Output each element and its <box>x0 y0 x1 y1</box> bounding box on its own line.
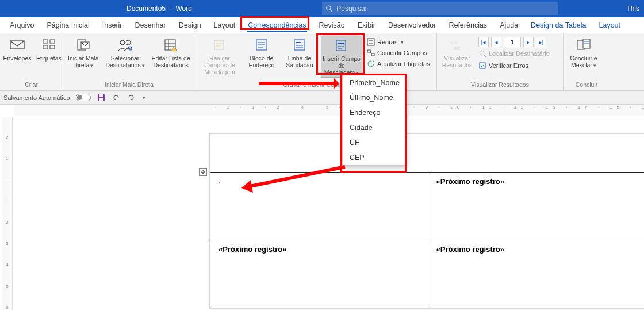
svg-line-1 <box>330 10 332 12</box>
ribbon: Envelopes Etiquetas Criar Iniciar Mala D… <box>0 33 644 91</box>
svg-rect-3 <box>43 40 48 43</box>
dropdown-item[interactable]: Endereço <box>343 105 405 120</box>
svg-rect-4 <box>50 40 55 43</box>
address-block-icon <box>254 37 270 53</box>
group-label-iniciar: Iniciar Mala Direta <box>67 81 191 89</box>
match-fields-icon <box>367 49 375 57</box>
svg-text:« »: « » <box>450 40 458 45</box>
undo-icon[interactable] <box>112 93 121 102</box>
svg-point-0 <box>327 6 331 10</box>
title-right-text: This <box>626 5 639 13</box>
svg-rect-18 <box>216 43 223 44</box>
group-iniciar: Iniciar Mala Direta▾ Selecionar Destinat… <box>63 33 195 90</box>
atualizar-etiquetas-button[interactable]: Atualizar Etiquetas <box>367 60 430 68</box>
tab-design[interactable]: Design <box>174 19 206 32</box>
concluir-mesclar-button[interactable]: Concluir e Mesclar▾ <box>567 36 600 70</box>
rules-icon <box>367 38 375 46</box>
svg-rect-19 <box>216 45 220 47</box>
greeting-line-icon <box>292 37 308 53</box>
find-recipient-icon <box>478 49 486 58</box>
record-nav: |◂ ◂ ▸ ▸| <box>478 37 550 47</box>
tab-layout-tabela[interactable]: Layout <box>593 19 626 32</box>
horizontal-ruler: · 1 · 2 · 3 · 4 · 5 · 6 · 7 · 8 · 9 · 10… <box>14 105 644 116</box>
dropdown-item[interactable]: CEP <box>343 150 405 165</box>
autosave-toggle[interactable] <box>76 94 91 101</box>
tab-correspondencias[interactable]: Correspondências <box>243 19 311 32</box>
svg-rect-36 <box>371 53 374 56</box>
svg-rect-49 <box>99 98 103 101</box>
tab-ajuda[interactable]: Ajuda <box>494 19 523 32</box>
group-label-criar: Criar <box>3 81 59 89</box>
save-icon[interactable] <box>97 93 106 102</box>
prev-record-button[interactable]: ◂ <box>491 37 501 47</box>
svg-rect-42 <box>480 63 485 68</box>
svg-rect-5 <box>43 45 48 49</box>
merge-field-dropdown: Primeiro_Nome Último_Nome Endereço Cidad… <box>342 75 405 166</box>
dropdown-item[interactable]: Cidade <box>343 120 405 135</box>
search-icon <box>325 5 333 13</box>
table-cell[interactable]: «Próximo registro» <box>210 240 428 308</box>
table-row: «Próximo registro» «Próximo registro» <box>210 240 645 308</box>
tab-desenhar[interactable]: Desenhar <box>129 19 171 32</box>
edit-list-icon <box>163 37 179 53</box>
qat-more-icon[interactable]: ▾ <box>143 95 145 101</box>
tab-arquivo[interactable]: Arquivo <box>5 19 39 32</box>
tab-pagina-inicial[interactable]: Página Inicial <box>41 19 94 32</box>
tab-desenvolvedor[interactable]: Desenvolvedor <box>383 19 441 32</box>
tab-inserir[interactable]: Inserir <box>97 19 128 32</box>
tab-layout[interactable]: Layout <box>209 19 241 32</box>
svg-rect-17 <box>214 40 224 49</box>
vertical-ruler: 21·123456 <box>2 117 13 310</box>
linha-saudacao-button[interactable]: Linha de Saudação <box>283 36 316 70</box>
first-record-button[interactable]: |◂ <box>478 37 489 47</box>
dropdown-item[interactable]: Primeiro_Nome <box>343 75 405 90</box>
bloco-endereco-button[interactable]: Bloco de Endereço <box>245 36 278 70</box>
record-number-input[interactable] <box>504 37 521 47</box>
inserir-campo-mesclagem-button[interactable]: Inserir Campo de Mesclagem▾ <box>321 36 362 78</box>
labels-table: · «Próximo registro» «Próximo registro» … <box>210 172 644 308</box>
table-row: · «Próximo registro» <box>210 173 645 240</box>
group-criar: Envelopes Etiquetas Criar <box>0 33 63 90</box>
tab-referencias[interactable]: Referências <box>443 19 492 32</box>
svg-rect-48 <box>99 94 103 97</box>
svg-rect-29 <box>338 43 344 44</box>
search-box[interactable] <box>322 2 558 15</box>
table-cell[interactable]: · <box>210 173 428 240</box>
selecionar-destinatarios-button[interactable]: Selecionar Destinatários▾ <box>105 36 146 70</box>
group-label-visualizar: Visualizar Resultados <box>440 81 559 89</box>
iniciar-mala-direta-button[interactable]: Iniciar Mala Direta▾ <box>67 36 100 70</box>
svg-rect-24 <box>294 40 305 50</box>
tab-exibir[interactable]: Exibir <box>352 19 381 32</box>
highlight-fields-icon <box>212 37 228 53</box>
coincidir-campos-button[interactable]: Coincidir Campos <box>367 49 430 57</box>
dropdown-item[interactable]: UF <box>343 135 405 150</box>
table-cell[interactable]: «Próximo registro» <box>428 240 644 308</box>
search-input[interactable] <box>336 5 554 13</box>
etiquetas-button[interactable]: Etiquetas <box>36 36 62 63</box>
table-move-handle[interactable]: ✥ <box>199 168 207 176</box>
envelopes-button[interactable]: Envelopes <box>3 36 31 63</box>
next-record-button[interactable]: ▸ <box>523 37 534 47</box>
labels-icon <box>41 37 57 53</box>
title-bar: Documento5 - Word This <box>0 0 644 17</box>
svg-rect-28 <box>336 40 346 51</box>
verificar-erros-button[interactable]: Verificar Erros <box>478 62 550 70</box>
group-visualizar: « »ABC Visualizar Resultados |◂ ◂ ▸ ▸| L… <box>437 33 564 90</box>
redo-icon[interactable] <box>126 93 136 102</box>
check-errors-icon <box>478 62 486 70</box>
svg-text:ABC: ABC <box>453 47 461 51</box>
regras-button[interactable]: Regras▾ <box>367 38 430 46</box>
tab-design-tabela[interactable]: Design da Tabela <box>526 19 591 32</box>
quick-access-toolbar: Salvamento Automático ▾ <box>0 91 644 105</box>
envelope-icon <box>9 37 25 53</box>
svg-point-10 <box>126 40 131 45</box>
dropdown-item[interactable]: Último_Nome <box>343 90 405 105</box>
last-record-button[interactable]: ▸| <box>536 37 546 47</box>
document-title: Documento5 - Word <box>126 5 192 13</box>
editar-lista-destinatarios-button[interactable]: Editar Lista de Destinatários <box>150 36 191 70</box>
table-cell[interactable]: «Próximo registro» <box>428 173 644 240</box>
tab-revisao[interactable]: Revisão <box>314 19 350 32</box>
recipients-icon <box>117 37 133 53</box>
autosave-label: Salvamento Automático <box>3 94 70 101</box>
svg-point-40 <box>480 51 484 55</box>
